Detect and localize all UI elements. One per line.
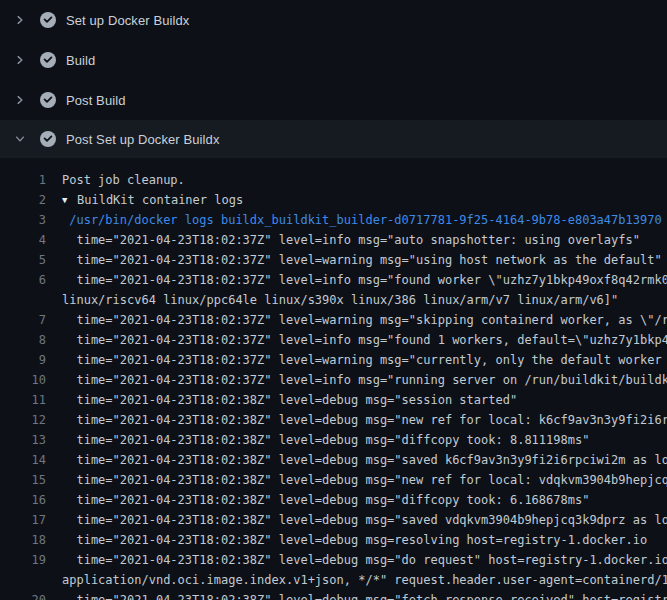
step-row-post-build[interactable]: Post Build	[0, 80, 667, 120]
log-text: time="2021-04-23T18:02:37Z" level=info m…	[62, 270, 667, 290]
log-line: 8 time="2021-04-23T18:02:37Z" level=info…	[0, 330, 667, 350]
line-number[interactable]: 19	[0, 550, 46, 570]
success-check-icon	[40, 12, 56, 28]
log-text: time="2021-04-23T18:02:37Z" level=info m…	[62, 230, 640, 250]
log-line: 16 time="2021-04-23T18:02:38Z" level=deb…	[0, 490, 667, 510]
log-text: application/vnd.oci.image.index.v1+json,…	[62, 570, 667, 590]
step-label: Post Build	[66, 93, 126, 108]
line-number[interactable]	[0, 290, 46, 310]
line-number[interactable]: 7	[0, 310, 46, 330]
log-line: 13 time="2021-04-23T18:02:38Z" level=deb…	[0, 430, 667, 450]
line-number[interactable]: 11	[0, 390, 46, 410]
log-line: 12 time="2021-04-23T18:02:38Z" level=deb…	[0, 410, 667, 430]
line-number[interactable]: 16	[0, 490, 46, 510]
log-text: time="2021-04-23T18:02:37Z" level=warnin…	[62, 350, 667, 370]
log-lines: 1 Post job cleanup. 2 ▼BuildKit containe…	[0, 170, 667, 600]
log-text: /usr/bin/docker logs buildx_buildkit_bui…	[62, 210, 662, 230]
line-number[interactable]: 20	[0, 590, 46, 600]
steps-list: Set up Docker Buildx Build Post Build Po…	[0, 0, 667, 158]
log-text: time="2021-04-23T18:02:37Z" level=info m…	[62, 330, 667, 350]
chevron-right-icon	[14, 14, 26, 26]
group-collapse-icon[interactable]: ▼	[62, 190, 77, 210]
log-line: 4 time="2021-04-23T18:02:37Z" level=info…	[0, 230, 667, 250]
log-text: time="2021-04-23T18:02:38Z" level=debug …	[62, 530, 647, 550]
step-row-setup-docker-buildx[interactable]: Set up Docker Buildx	[0, 0, 667, 40]
log-line: 15 time="2021-04-23T18:02:38Z" level=deb…	[0, 470, 667, 490]
log-text: time="2021-04-23T18:02:37Z" level=warnin…	[62, 250, 662, 270]
log-line: 14 time="2021-04-23T18:02:38Z" level=deb…	[0, 450, 667, 470]
line-number[interactable]	[0, 570, 46, 590]
actions-log-viewer: { "theme": { "bg": "#0d1117", "panel": "…	[0, 0, 667, 600]
line-number[interactable]: 15	[0, 470, 46, 490]
log-text: time="2021-04-23T18:02:38Z" level=debug …	[62, 490, 589, 510]
log-text: time="2021-04-23T18:02:38Z" level=debug …	[62, 430, 589, 450]
line-number[interactable]: 3	[0, 210, 46, 230]
success-check-icon	[40, 131, 56, 147]
log-line: application/vnd.oci.image.index.v1+json,…	[0, 570, 667, 590]
log-line: 9 time="2021-04-23T18:02:37Z" level=warn…	[0, 350, 667, 370]
log-text: time="2021-04-23T18:02:37Z" level=warnin…	[62, 310, 667, 330]
line-number[interactable]: 13	[0, 430, 46, 450]
step-row-build[interactable]: Build	[0, 40, 667, 80]
chevron-down-icon	[14, 133, 26, 145]
log-line: 19 time="2021-04-23T18:02:38Z" level=deb…	[0, 550, 667, 570]
chevron-right-icon	[14, 94, 26, 106]
line-number[interactable]: 6	[0, 270, 46, 290]
log-text: time="2021-04-23T18:02:38Z" level=debug …	[62, 470, 667, 490]
log-line: 17 time="2021-04-23T18:02:38Z" level=deb…	[0, 510, 667, 530]
log-line: 10 time="2021-04-23T18:02:37Z" level=inf…	[0, 370, 667, 390]
step-row-post-setup-docker-buildx[interactable]: Post Set up Docker Buildx	[0, 120, 667, 158]
log-text: time="2021-04-23T18:02:37Z" level=info m…	[62, 370, 667, 390]
log-text: time="2021-04-23T18:02:38Z" level=debug …	[62, 390, 517, 410]
line-number[interactable]: 4	[0, 230, 46, 250]
log-text: time="2021-04-23T18:02:38Z" level=debug …	[62, 450, 667, 470]
step-label: Post Set up Docker Buildx	[66, 132, 220, 147]
step-label: Build	[66, 53, 95, 68]
line-number[interactable]: 8	[0, 330, 46, 350]
log-text[interactable]: ▼BuildKit container logs	[62, 190, 243, 210]
log-text: time="2021-04-23T18:02:38Z" level=debug …	[62, 550, 667, 570]
line-number[interactable]: 10	[0, 370, 46, 390]
line-number[interactable]: 5	[0, 250, 46, 270]
line-number[interactable]: 9	[0, 350, 46, 370]
line-number[interactable]: 12	[0, 410, 46, 430]
success-check-icon	[40, 52, 56, 68]
log-text: Post job cleanup.	[62, 170, 185, 190]
log-text: linux/riscv64 linux/ppc64le linux/s390x …	[62, 290, 618, 310]
line-number[interactable]: 17	[0, 510, 46, 530]
chevron-right-icon	[14, 54, 26, 66]
log-line: 20 time="2021-04-23T18:02:38Z" level=deb…	[0, 590, 667, 600]
log-line: 18 time="2021-04-23T18:02:38Z" level=deb…	[0, 530, 667, 550]
log-text: time="2021-04-23T18:02:38Z" level=debug …	[62, 410, 667, 430]
log-line: 6 time="2021-04-23T18:02:37Z" level=info…	[0, 270, 667, 290]
log-line: 1 Post job cleanup.	[0, 170, 667, 190]
log-line: 3 /usr/bin/docker logs buildx_buildkit_b…	[0, 210, 667, 230]
success-check-icon	[40, 92, 56, 108]
line-number[interactable]: 2	[0, 190, 46, 210]
line-number[interactable]: 14	[0, 450, 46, 470]
log-text: time="2021-04-23T18:02:38Z" level=debug …	[62, 590, 667, 600]
line-number[interactable]: 1	[0, 170, 46, 190]
line-number[interactable]: 18	[0, 530, 46, 550]
log-line: linux/riscv64 linux/ppc64le linux/s390x …	[0, 290, 667, 310]
log-line: 7 time="2021-04-23T18:02:37Z" level=warn…	[0, 310, 667, 330]
log-line: 5 time="2021-04-23T18:02:37Z" level=warn…	[0, 250, 667, 270]
log-line: 2 ▼BuildKit container logs	[0, 190, 667, 210]
step-label: Set up Docker Buildx	[66, 13, 189, 28]
log-output: 1 Post job cleanup. 2 ▼BuildKit containe…	[0, 158, 667, 600]
log-text: time="2021-04-23T18:02:38Z" level=debug …	[62, 510, 667, 530]
log-line: 11 time="2021-04-23T18:02:38Z" level=deb…	[0, 390, 667, 410]
